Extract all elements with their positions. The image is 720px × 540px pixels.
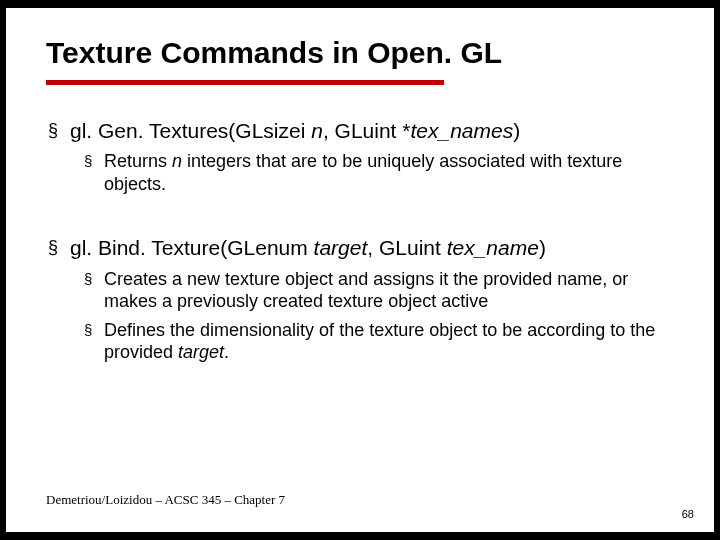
slide-title: Texture Commands in Open. GL: [46, 36, 502, 70]
footer-text: Demetriou/Loizidou – ACSC 345 – Chapter …: [46, 492, 285, 508]
item-text: Returns n integers that are to be unique…: [104, 150, 658, 195]
list-item: § gl. Bind. Texture(GLenum target, GLuin…: [48, 235, 658, 261]
bullet-icon: §: [48, 118, 70, 142]
slide-content: § gl. Gen. Textures(GLsizei n, GLuint *t…: [48, 106, 658, 366]
spacer: [48, 197, 658, 223]
page-number: 68: [682, 508, 694, 520]
list-item: § Defines the dimensionality of the text…: [84, 319, 658, 364]
slide: Texture Commands in Open. GL § gl. Gen. …: [6, 8, 714, 532]
list-item: § Returns n integers that are to be uniq…: [84, 150, 658, 195]
item-text: gl. Bind. Texture(GLenum target, GLuint …: [70, 235, 546, 261]
title-underline: [46, 80, 444, 85]
list-item: § gl. Gen. Textures(GLsizei n, GLuint *t…: [48, 118, 658, 144]
bullet-icon: §: [84, 150, 104, 171]
bullet-icon: §: [84, 319, 104, 340]
bullet-icon: §: [48, 235, 70, 259]
bullet-icon: §: [84, 268, 104, 289]
list-item: § Creates a new texture object and assig…: [84, 268, 658, 313]
item-text: Defines the dimensionality of the textur…: [104, 319, 658, 364]
item-text: gl. Gen. Textures(GLsizei n, GLuint *tex…: [70, 118, 520, 144]
item-text: Creates a new texture object and assigns…: [104, 268, 658, 313]
